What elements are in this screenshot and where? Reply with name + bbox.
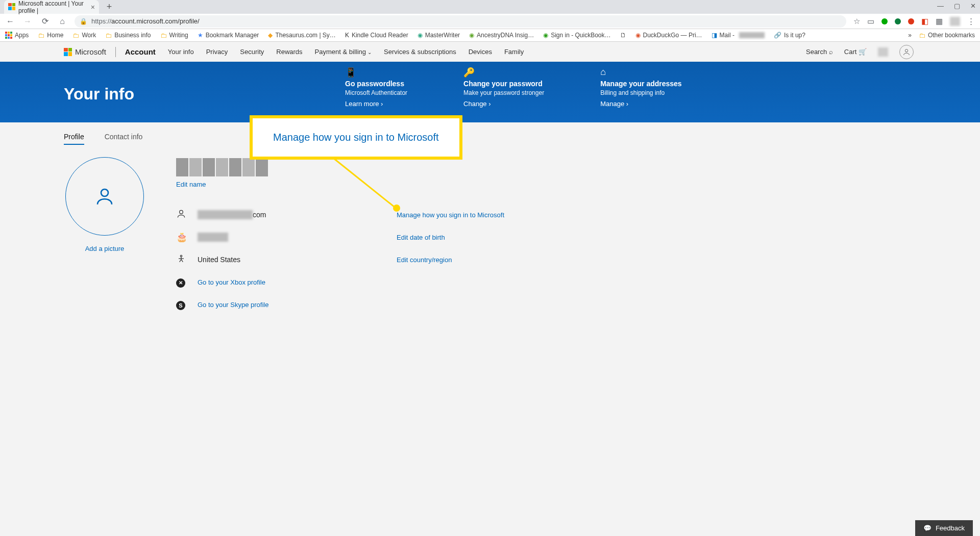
hero-card-link[interactable]: Manage <box>600 100 682 108</box>
annotation-callout: Manage how you sign in to Microsoft <box>250 115 462 160</box>
search-icon: ⌕ <box>829 48 833 56</box>
tab-close-icon[interactable]: × <box>91 3 95 11</box>
apps-button[interactable]: Apps <box>5 32 29 39</box>
bookmark-item[interactable]: 🗀Writing <box>160 32 188 39</box>
detail-row-country: United States Edit country/region <box>176 248 916 271</box>
bookmark-item[interactable]: 🗀Home <box>38 32 63 39</box>
bookmark-overflow[interactable]: » <box>908 32 912 39</box>
profile-chip[interactable] <box>950 17 960 26</box>
minimize-button[interactable]: — <box>937 2 944 10</box>
person-icon <box>94 186 115 207</box>
nav-rewards[interactable]: Rewards <box>276 48 302 56</box>
hero-card-link[interactable]: Change <box>463 100 544 108</box>
opera-icon[interactable] <box>908 18 914 24</box>
microsoft-logo[interactable]: Microsoft <box>64 47 106 56</box>
page-title: Your info <box>64 85 134 104</box>
redacted <box>739 32 765 38</box>
bookmark-item[interactable]: ★Bookmark Manager <box>198 32 259 39</box>
folder-icon: 🗀 <box>919 32 925 39</box>
xbox-profile-link[interactable]: Go to your Xbox profile <box>198 278 265 286</box>
bookmark-item[interactable]: ◉MasterWriter <box>418 32 460 39</box>
site-header: Microsoft Account Your info Privacy Secu… <box>0 42 980 62</box>
other-bookmarks[interactable]: 🗀Other bookmarks <box>919 32 975 39</box>
nav-family[interactable]: Family <box>504 48 524 56</box>
ms-logo-icon <box>64 48 72 56</box>
back-button[interactable]: ← <box>5 17 15 26</box>
hero-card-passwordless: 📱 Go passwordless Microsoft Authenticato… <box>345 67 407 108</box>
hero-card-password: 🔑 Change your password Make your passwor… <box>463 67 544 108</box>
nav-services[interactable]: Services & subscriptions <box>384 48 456 56</box>
bookmark-item[interactable]: ◉DuckDuckGo — Pri… <box>635 32 702 39</box>
maximize-button[interactable]: ▢ <box>954 2 960 10</box>
feedback-label: Feedback <box>936 524 965 532</box>
bookmark-item[interactable]: 🗋 <box>620 32 626 39</box>
location-person-icon <box>176 253 198 266</box>
person-icon <box>176 209 198 221</box>
header-right: Search ⌕ Cart 🛒 <box>806 45 914 59</box>
chrome-menu-icon[interactable]: ⋮ <box>967 17 975 26</box>
edit-name-link[interactable]: Edit name <box>176 181 916 188</box>
favicon: ◉ <box>543 32 548 39</box>
avatar-placeholder[interactable] <box>65 157 144 236</box>
skype-icon: S <box>176 299 198 310</box>
account-avatar[interactable] <box>899 45 914 59</box>
content-tabs: Profile Contact info <box>64 133 916 145</box>
manage-signin-link[interactable]: Manage how you sign in to Microsoft <box>397 211 504 219</box>
nav-devices[interactable]: Devices <box>469 48 492 56</box>
account-heading[interactable]: Account <box>125 47 156 56</box>
skype-profile-link[interactable]: Go to your Skype profile <box>198 301 268 309</box>
cart-button[interactable]: Cart 🛒 <box>844 48 867 56</box>
folder-icon: 🗀 <box>72 32 79 39</box>
tab-contact-info[interactable]: Contact info <box>105 133 143 145</box>
reload-button[interactable]: ⟳ <box>40 16 50 26</box>
extension-icon[interactable] <box>881 18 888 24</box>
folder-icon: 🗀 <box>105 32 112 39</box>
detail-row-xbox: ✕ Go to your Xbox profile <box>176 271 916 293</box>
feedback-button[interactable]: 💬 Feedback <box>915 520 973 536</box>
browser-tab-strip: Microsoft account | Your profile | × + —… <box>0 0 980 14</box>
bookmark-item[interactable]: ◉AncestryDNA Insig… <box>469 32 534 39</box>
bookmark-item[interactable]: ◨Mail - <box>712 32 765 39</box>
dob-value <box>198 233 397 242</box>
edit-dob-link[interactable]: Edit date of birth <box>397 234 445 241</box>
add-picture-link[interactable]: Add a picture <box>85 245 125 252</box>
nav-privacy[interactable]: Privacy <box>206 48 228 56</box>
hero-card-addresses: ⌂ Manage your addresses Billing and ship… <box>600 67 682 108</box>
home-button[interactable]: ⌂ <box>57 17 67 26</box>
hero-card-sub: Make your password stronger <box>463 89 544 96</box>
tab-profile[interactable]: Profile <box>64 133 84 145</box>
url-input[interactable]: 🔒 https://account.microsoft.com/profile/ <box>75 15 846 28</box>
svg-point-1 <box>101 189 108 196</box>
hero-card-link[interactable]: Learn more <box>345 100 407 108</box>
page-body: Microsoft Account Your info Privacy Secu… <box>0 42 980 536</box>
bookmark-item[interactable]: 🗀Business info <box>105 32 151 39</box>
birthday-icon: 🎂 <box>176 232 198 243</box>
bookmark-item[interactable]: 🔗Is it up? <box>774 32 805 39</box>
bookmark-star-icon[interactable]: ☆ <box>853 17 860 26</box>
bookmark-item[interactable]: ◆Thesaurus.com | Sy… <box>268 32 336 39</box>
folder-icon: 🗀 <box>38 32 44 39</box>
browser-tab[interactable]: Microsoft account | Your profile | × <box>4 0 99 14</box>
nav-security[interactable]: Security <box>240 48 264 56</box>
nav-payment[interactable]: Payment & billing⌄ <box>315 48 372 56</box>
hero-card-sub: Billing and shipping info <box>600 89 682 96</box>
extension-icon[interactable]: ▦ <box>936 17 943 26</box>
address-bar: ← → ⟳ ⌂ 🔒 https://account.microsoft.com/… <box>0 14 980 29</box>
extension-icon[interactable] <box>895 18 901 24</box>
name-redacted <box>176 158 268 176</box>
search-button[interactable]: Search ⌕ <box>806 48 833 56</box>
forward-button[interactable]: → <box>22 17 33 26</box>
nav-your-info[interactable]: Your info <box>168 48 194 56</box>
bookmark-item[interactable]: ◉Sign in - QuickBook… <box>543 32 610 39</box>
reader-icon[interactable]: ▭ <box>867 17 874 26</box>
close-window-button[interactable]: ✕ <box>970 2 976 10</box>
chevron-down-icon: ⌄ <box>368 49 372 55</box>
redacted <box>198 210 253 219</box>
svg-point-0 <box>905 49 908 52</box>
extension-icon[interactable]: ◧ <box>921 17 928 26</box>
detail-row-skype: S Go to your Skype profile <box>176 293 916 316</box>
bookmark-item[interactable]: 🗀Work <box>72 32 96 39</box>
new-tab-button[interactable]: + <box>103 1 115 13</box>
bookmark-item[interactable]: KKindle Cloud Reader <box>345 32 408 39</box>
edit-region-link[interactable]: Edit country/region <box>397 256 452 264</box>
